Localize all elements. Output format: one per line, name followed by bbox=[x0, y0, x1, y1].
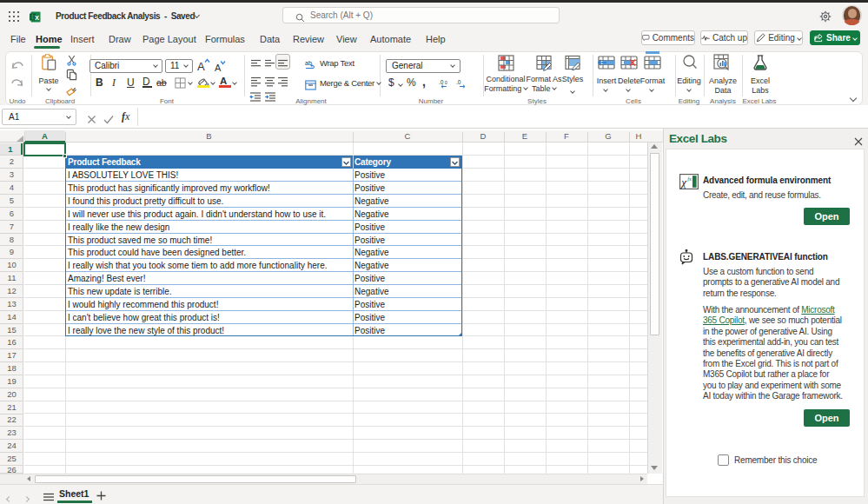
svg-text:fx: fx bbox=[687, 176, 692, 182]
svg-text:X: X bbox=[35, 14, 39, 22]
svg-text:0: 0 bbox=[445, 80, 447, 85]
svg-text:.0: .0 bbox=[439, 79, 444, 85]
svg-text:χ: χ bbox=[679, 176, 686, 189]
svg-text:.0: .0 bbox=[456, 79, 461, 85]
